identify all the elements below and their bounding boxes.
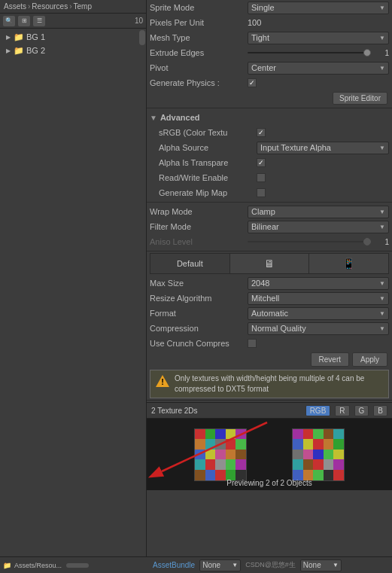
sprite-mode-value: Single bbox=[251, 3, 275, 12]
none-left-dropdown[interactable]: None ▼ bbox=[199, 559, 241, 571]
view-icon[interactable]: ☰ bbox=[33, 16, 45, 26]
toolbar-row: 🔍 ⊞ ☰ 10 bbox=[0, 14, 146, 29]
advanced-header[interactable]: ▼ Advanced bbox=[147, 110, 392, 125]
alpha-transparent-checkbox[interactable] bbox=[257, 158, 266, 167]
pixels-per-unit-label: Pixels Per Unit bbox=[150, 18, 248, 27]
chevron-down-icon: ▼ bbox=[379, 5, 385, 11]
aniso-level-slider: 1 bbox=[248, 238, 389, 246]
advanced-label: Advanced bbox=[160, 113, 200, 122]
apply-button[interactable]: Apply bbox=[352, 352, 387, 367]
resize-algo-label: Resize Algorithm bbox=[150, 294, 248, 303]
tab-default[interactable]: Default bbox=[150, 254, 230, 273]
count-badge: 10 bbox=[135, 17, 143, 25]
divider-1 bbox=[147, 108, 392, 108]
slider-track-aniso bbox=[248, 241, 371, 242]
warning-box: ! Only textures with width/height being … bbox=[150, 370, 389, 398]
android-icon: 📱 bbox=[342, 258, 355, 270]
chevron-down-icon: ▼ bbox=[379, 65, 385, 72]
wrap-mode-label: Wrap Mode bbox=[150, 207, 248, 216]
pivot-label: Pivot bbox=[150, 63, 248, 72]
g-channel-button[interactable]: G bbox=[354, 405, 369, 416]
resize-algo-dropdown[interactable]: Mitchell ▼ bbox=[248, 292, 389, 305]
right-panel: Sprite Mode Single ▼ Pixels Per Unit 100… bbox=[147, 0, 392, 573]
folder-icon-bg2: 📁 bbox=[14, 46, 24, 56]
slider-track bbox=[248, 52, 371, 53]
srgb-label: sRGB (Color Textu bbox=[159, 128, 257, 137]
aniso-level-label: Aniso Level bbox=[150, 237, 248, 246]
search-icon[interactable]: 🔍 bbox=[3, 16, 15, 26]
alpha-source-dropdown[interactable]: Input Texture Alpha ▼ bbox=[257, 142, 389, 154]
bottom-left: 📁 Assets/Resou... bbox=[3, 562, 150, 569]
alpha-source-value: Input Texture Alpha bbox=[260, 143, 331, 152]
sprite-mode-dropdown[interactable]: Single ▼ bbox=[248, 2, 389, 14]
aniso-level-row: Aniso Level 1 bbox=[147, 234, 392, 249]
generate-mip-checkbox[interactable] bbox=[257, 188, 266, 197]
sprite-editor-button[interactable]: Sprite Editor bbox=[333, 92, 387, 105]
sprite-editor-row: Sprite Editor bbox=[147, 90, 392, 106]
filter-mode-row: Filter Mode Bilinear ▼ bbox=[147, 219, 392, 234]
progress-bar[interactable] bbox=[66, 563, 89, 568]
tree-item-bg2[interactable]: ▶ 📁 BG 2 bbox=[0, 44, 146, 57]
collapse-arrow-icon: ▼ bbox=[150, 114, 157, 122]
pixels-per-unit-row: Pixels Per Unit 100 bbox=[147, 15, 392, 30]
bottom-bar: 📁 Assets/Resou... AssetBundle None ▼ CSD… bbox=[0, 556, 392, 573]
generate-physics-row: Generate Physics : bbox=[147, 75, 392, 90]
left-panel: Assets › Resources › Temp 🔍 ⊞ ☰ 10 ▶ 📁 B… bbox=[0, 0, 147, 573]
max-size-dropdown[interactable]: 2048 ▼ bbox=[248, 277, 389, 290]
generate-physics-checkbox[interactable] bbox=[248, 78, 257, 87]
srgb-checkbox[interactable] bbox=[257, 128, 266, 137]
format-label: Format bbox=[150, 309, 248, 318]
b-channel-button[interactable]: B bbox=[373, 405, 387, 416]
folder-small-icon: 📁 bbox=[3, 562, 11, 569]
wrap-mode-dropdown[interactable]: Clamp ▼ bbox=[248, 206, 389, 218]
tree-item-bg1[interactable]: ▶ 📁 BG 1 bbox=[0, 30, 146, 44]
compression-label: Compression bbox=[150, 324, 248, 333]
chevron-down-icon: ▼ bbox=[379, 310, 385, 317]
extrude-edges-label: Extrude Edges bbox=[150, 48, 248, 57]
alpha-source-row: Alpha Source Input Texture Alpha ▼ bbox=[147, 140, 392, 155]
max-size-label: Max Size bbox=[150, 279, 248, 288]
compression-dropdown[interactable]: Normal Quality ▼ bbox=[248, 322, 389, 335]
texture-count-label: 2 Texture 2Ds bbox=[151, 407, 301, 415]
breadcrumb-resources[interactable]: Resources bbox=[32, 2, 68, 11]
file-tree: ▶ 📁 BG 1 ▶ 📁 BG 2 bbox=[0, 29, 146, 59]
format-value: Automatic bbox=[251, 309, 288, 318]
format-dropdown[interactable]: Automatic ▼ bbox=[248, 307, 389, 320]
read-write-checkbox[interactable] bbox=[257, 173, 266, 182]
scrollbar-thumb[interactable] bbox=[139, 30, 145, 45]
texture-thumb-1[interactable] bbox=[194, 428, 247, 481]
revert-button[interactable]: Revert bbox=[311, 352, 349, 367]
tab-desktop[interactable]: 🖥 bbox=[230, 254, 310, 273]
read-write-label: Read/Write Enable bbox=[159, 173, 257, 182]
use-crunch-checkbox[interactable] bbox=[248, 339, 257, 348]
extrude-edges-slider[interactable]: 1 bbox=[248, 49, 389, 57]
divider-4 bbox=[147, 400, 392, 401]
r-channel-button[interactable]: R bbox=[335, 405, 349, 416]
use-crunch-label: Use Crunch Compres bbox=[150, 339, 248, 348]
read-write-row: Read/Write Enable bbox=[147, 170, 392, 185]
watermark-text: CSDN@思悠#生 bbox=[245, 560, 296, 570]
none-right-label: None bbox=[303, 561, 321, 569]
breadcrumb-temp[interactable]: Temp bbox=[74, 2, 92, 11]
warning-icon: ! bbox=[155, 373, 170, 389]
compression-value: Normal Quality bbox=[251, 324, 306, 333]
mesh-type-value: Tight bbox=[251, 33, 269, 42]
breadcrumb-assets[interactable]: Assets bbox=[4, 2, 26, 11]
pivot-dropdown[interactable]: Center ▼ bbox=[248, 62, 389, 75]
tab-android[interactable]: 📱 bbox=[309, 254, 388, 273]
asset-bundle-label: AssetBundle bbox=[153, 561, 195, 569]
folder-icon-bg1: 📁 bbox=[14, 32, 24, 42]
chevron-down-icon: ▼ bbox=[333, 562, 339, 568]
filter-mode-dropdown[interactable]: Bilinear ▼ bbox=[248, 221, 389, 233]
pixels-per-unit-value: 100 bbox=[248, 18, 389, 27]
pivot-value: Center bbox=[251, 63, 276, 72]
tree-arrow-bg1: ▶ bbox=[5, 33, 12, 41]
rgb-channel-button[interactable]: RGB bbox=[305, 405, 331, 416]
max-size-value: 2048 bbox=[251, 279, 269, 288]
none-right-dropdown[interactable]: None ▼ bbox=[300, 559, 342, 571]
texture-thumb-2[interactable] bbox=[292, 428, 345, 481]
mesh-type-dropdown[interactable]: Tight ▼ bbox=[248, 32, 389, 44]
platform-tabs: Default 🖥 📱 bbox=[150, 253, 389, 274]
warning-text: Only textures with width/height being mu… bbox=[175, 373, 384, 395]
filter-icon[interactable]: ⊞ bbox=[18, 16, 30, 26]
